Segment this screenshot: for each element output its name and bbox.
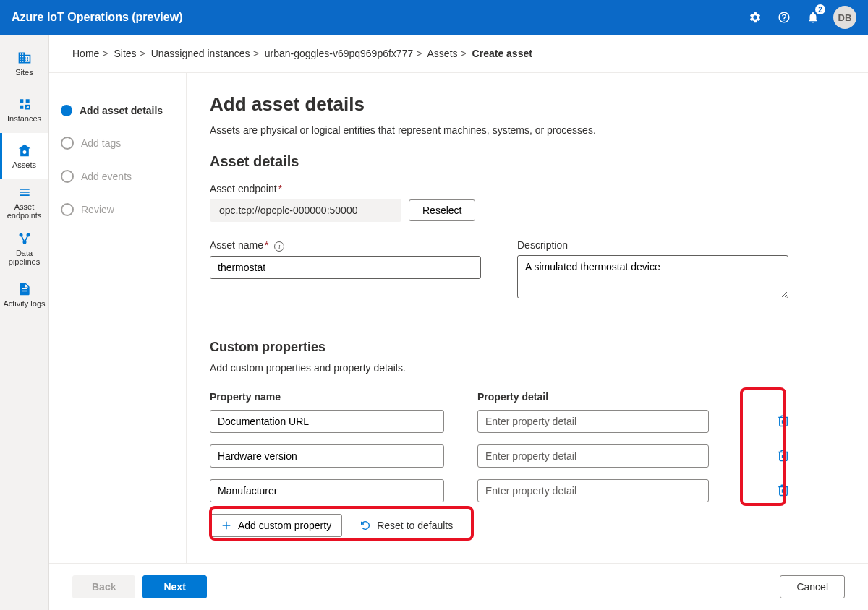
breadcrumb: Home> Sites> Unassigned instances> urban… (49, 35, 868, 73)
nav-rail: Sites Instances Assets Asset endpoints D… (0, 35, 49, 610)
plus-icon (221, 520, 232, 531)
cancel-button[interactable]: Cancel (780, 575, 845, 598)
crumb-current: Create asset (472, 48, 532, 59)
section-custom-properties: Custom properties (210, 340, 839, 355)
add-custom-property-button[interactable]: Add custom property (210, 514, 342, 537)
step-indicator-icon (61, 170, 74, 183)
crumb-sites[interactable]: Sites (114, 48, 136, 59)
refresh-icon (359, 520, 371, 531)
app-title: Azure IoT Operations (preview) (12, 11, 182, 24)
asset-name-label: Asset name* i (210, 239, 481, 252)
reselect-button[interactable]: Reselect (409, 199, 475, 221)
property-detail-input[interactable] (477, 410, 709, 433)
wizard-step-events[interactable]: Add events (61, 160, 174, 193)
nav-label: Assets (12, 160, 36, 169)
crumb-assets[interactable]: Assets (427, 48, 458, 59)
step-label: Add tags (81, 137, 121, 149)
settings-icon[interactable] (741, 0, 770, 35)
trash-icon (777, 449, 790, 462)
description-input[interactable]: A simulated thermostat device (517, 255, 788, 298)
delete-property-button[interactable] (777, 484, 790, 499)
property-row (210, 479, 839, 502)
trash-icon (777, 414, 790, 427)
step-label: Review (81, 204, 114, 215)
page-title: Add asset details (210, 93, 839, 116)
nav-item-sites[interactable]: Sites (0, 40, 48, 87)
wizard-step-tags[interactable]: Add tags (61, 126, 174, 160)
property-name-input[interactable] (210, 444, 444, 468)
nav-label: Activity logs (3, 299, 45, 308)
endpoint-value: opc.tcp://opcplc-000000:50000 (210, 199, 401, 222)
top-header: Azure IoT Operations (preview) 2 DB (0, 0, 868, 35)
col-property-detail: Property detail (477, 391, 709, 403)
nav-item-activity-logs[interactable]: Activity logs (0, 272, 48, 318)
wizard-sidebar: Add asset details Add tags Add events Re… (49, 73, 187, 563)
delete-property-button[interactable] (777, 414, 790, 429)
reset-to-defaults-button[interactable]: Reset to defaults (349, 514, 463, 537)
property-detail-input[interactable] (477, 479, 709, 502)
crumb-home[interactable]: Home (72, 48, 99, 59)
page-subtitle: Assets are physical or logical entities … (210, 124, 839, 136)
info-icon[interactable]: i (274, 241, 284, 252)
trash-icon (777, 484, 790, 497)
app-shell: Sites Instances Assets Asset endpoints D… (0, 35, 868, 610)
nav-label: Sites (15, 68, 33, 77)
form-area: Add asset details Assets are physical or… (187, 73, 868, 563)
avatar[interactable]: DB (833, 6, 856, 29)
back-button: Back (72, 575, 135, 598)
property-row (210, 444, 839, 468)
step-indicator-active-icon (61, 105, 72, 116)
property-row (210, 410, 839, 433)
crumb-unassigned[interactable]: Unassigned instances (151, 48, 250, 59)
description-label: Description (517, 239, 788, 251)
nav-item-data-pipelines[interactable]: Data pipelines (0, 225, 48, 272)
step-label: Add asset details (80, 105, 163, 116)
nav-item-assets[interactable]: Assets (0, 133, 48, 179)
endpoint-label: Asset endpoint* (210, 183, 839, 194)
footer-bar: Back Next Cancel (49, 563, 868, 610)
svg-rect-0 (25, 106, 29, 109)
divider (210, 322, 839, 322)
crumb-instance[interactable]: urban-goggles-v69pq969p6fx777 (265, 48, 414, 59)
col-property-name: Property name (210, 391, 444, 403)
asset-name-input[interactable] (210, 256, 481, 279)
nav-item-asset-endpoints[interactable]: Asset endpoints (0, 179, 48, 225)
content-wrapper: Home> Sites> Unassigned instances> urban… (49, 35, 868, 610)
notifications-icon[interactable]: 2 (799, 0, 827, 35)
nav-label: Asset endpoints (0, 202, 48, 220)
nav-item-instances[interactable]: Instances (0, 87, 48, 133)
property-name-input[interactable] (210, 410, 444, 433)
wizard-step-details[interactable]: Add asset details (61, 95, 174, 126)
nav-label: Data pipelines (0, 249, 48, 266)
property-detail-input[interactable] (477, 444, 709, 468)
custom-subtitle: Add custom properties and property detai… (210, 362, 839, 374)
property-name-input[interactable] (210, 479, 444, 502)
delete-property-button[interactable] (777, 449, 790, 464)
main-split: Add asset details Add tags Add events Re… (49, 73, 868, 563)
help-icon[interactable] (770, 0, 799, 35)
step-label: Add events (81, 171, 132, 182)
step-indicator-icon (61, 137, 74, 150)
wizard-step-review[interactable]: Review (61, 193, 174, 226)
next-button[interactable]: Next (142, 575, 206, 598)
nav-label: Instances (7, 114, 41, 123)
notification-badge: 2 (815, 4, 825, 14)
step-indicator-icon (61, 203, 74, 216)
section-asset-details: Asset details (210, 153, 839, 170)
